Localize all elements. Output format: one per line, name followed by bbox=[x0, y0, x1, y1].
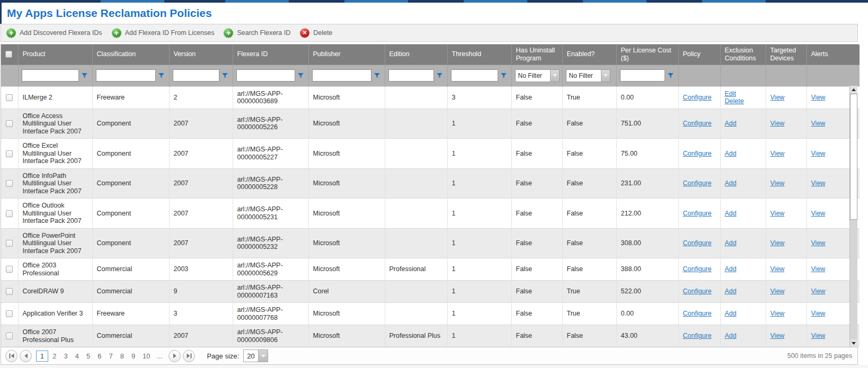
filter-select-enabled[interactable]: No Filter bbox=[566, 69, 610, 82]
add-flexera-id-from-licenses-button[interactable]: +Add Flexera ID From Licenses bbox=[112, 28, 215, 38]
filter-input-version[interactable] bbox=[173, 69, 219, 82]
column-header-classification[interactable]: Classification bbox=[92, 44, 169, 65]
delete-button[interactable]: ✕Delete bbox=[300, 28, 332, 38]
vertical-scrollbar[interactable] bbox=[849, 86, 857, 347]
page-size-select[interactable]: 20 bbox=[243, 349, 268, 362]
row-checkbox[interactable] bbox=[6, 94, 13, 101]
column-header-threshold[interactable]: Threshold bbox=[447, 44, 511, 65]
column-header-exclusion[interactable]: Exclusion Conditions bbox=[720, 44, 766, 65]
page-button[interactable]: 2 bbox=[49, 351, 59, 361]
view-targeted-devices-link[interactable]: View bbox=[770, 179, 785, 187]
scrollbar-thumb[interactable] bbox=[850, 94, 857, 220]
row-checkbox[interactable] bbox=[6, 288, 13, 295]
add-exclusion-link[interactable]: Add bbox=[725, 179, 761, 187]
column-header-policy[interactable]: Policy bbox=[678, 44, 720, 65]
select-all-checkbox[interactable] bbox=[5, 51, 12, 58]
configure-link[interactable]: Configure bbox=[683, 332, 712, 339]
row-checkbox[interactable] bbox=[6, 150, 13, 157]
add-exclusion-link[interactable]: Add bbox=[725, 150, 761, 158]
page-button[interactable]: 6 bbox=[94, 351, 104, 361]
scroll-up-button[interactable] bbox=[850, 86, 857, 93]
first-page-button[interactable] bbox=[5, 350, 17, 362]
configure-link[interactable]: Configure bbox=[683, 210, 712, 217]
filter-icon[interactable] bbox=[436, 72, 443, 79]
page-button[interactable]: 4 bbox=[72, 351, 82, 361]
column-header-version[interactable]: Version bbox=[169, 44, 233, 65]
add-exclusion-link[interactable]: Add bbox=[725, 210, 761, 218]
add-discovered-flexera-ids-button[interactable]: +Add Discovered Flexera IDs bbox=[6, 28, 102, 38]
view-targeted-devices-link[interactable]: View bbox=[770, 310, 785, 317]
filter-icon[interactable] bbox=[374, 72, 380, 79]
configure-link[interactable]: Configure bbox=[683, 150, 712, 157]
view-alerts-link[interactable]: View bbox=[811, 150, 826, 157]
prev-page-button[interactable] bbox=[20, 350, 32, 362]
view-alerts-link[interactable]: View bbox=[811, 94, 826, 101]
filter-icon[interactable] bbox=[667, 72, 674, 79]
page-button[interactable]: 3 bbox=[60, 351, 70, 361]
add-exclusion-link[interactable]: Add bbox=[725, 288, 761, 295]
column-header-alerts[interactable]: Alerts bbox=[807, 44, 860, 65]
view-alerts-link[interactable]: View bbox=[811, 120, 826, 127]
configure-link[interactable]: Configure bbox=[683, 310, 712, 317]
edit-exclusion-link[interactable]: Edit bbox=[725, 90, 761, 98]
page-button[interactable]: 8 bbox=[117, 351, 127, 361]
view-targeted-devices-link[interactable]: View bbox=[770, 210, 785, 217]
view-alerts-link[interactable]: View bbox=[811, 265, 826, 273]
scroll-down-button[interactable] bbox=[850, 339, 857, 347]
view-alerts-link[interactable]: View bbox=[811, 179, 826, 187]
filter-icon[interactable] bbox=[500, 72, 507, 79]
row-checkbox[interactable] bbox=[6, 266, 13, 273]
search-flexera-id-button[interactable]: +Search Flexera ID bbox=[224, 28, 290, 38]
row-checkbox[interactable] bbox=[6, 120, 13, 127]
filter-input-threshold[interactable] bbox=[451, 69, 498, 82]
filter-input-classification[interactable] bbox=[96, 69, 156, 82]
column-header-cost[interactable]: Per License Cost ($) bbox=[616, 44, 678, 65]
column-header-enabled[interactable]: Enabled? bbox=[562, 44, 616, 65]
view-targeted-devices-link[interactable]: View bbox=[770, 265, 785, 273]
row-checkbox[interactable] bbox=[6, 240, 13, 247]
add-exclusion-link[interactable]: Add bbox=[725, 265, 761, 273]
filter-input-flexera_id[interactable] bbox=[236, 69, 295, 82]
view-targeted-devices-link[interactable]: View bbox=[770, 120, 785, 127]
filter-input-product[interactable] bbox=[22, 69, 79, 82]
view-alerts-link[interactable]: View bbox=[811, 288, 826, 295]
column-header-product[interactable]: Product bbox=[18, 44, 92, 65]
last-page-button[interactable] bbox=[183, 350, 195, 362]
page-button[interactable]: 7 bbox=[105, 351, 116, 361]
configure-link[interactable]: Configure bbox=[683, 239, 712, 247]
view-targeted-devices-link[interactable]: View bbox=[770, 94, 785, 101]
view-alerts-link[interactable]: View bbox=[811, 239, 826, 247]
view-targeted-devices-link[interactable]: View bbox=[770, 150, 785, 157]
add-exclusion-link[interactable]: Add bbox=[725, 120, 761, 128]
filter-icon[interactable] bbox=[222, 72, 228, 79]
view-alerts-link[interactable]: View bbox=[811, 310, 826, 317]
column-header-publisher[interactable]: Publisher bbox=[308, 44, 385, 65]
row-checkbox[interactable] bbox=[6, 180, 13, 187]
column-header-flexera_id[interactable]: Flexera ID bbox=[233, 44, 308, 65]
row-checkbox[interactable] bbox=[6, 333, 13, 339]
configure-link[interactable]: Configure bbox=[683, 288, 712, 295]
configure-link[interactable]: Configure bbox=[683, 94, 712, 101]
configure-link[interactable]: Configure bbox=[683, 179, 712, 187]
view-alerts-link[interactable]: View bbox=[811, 332, 826, 339]
configure-link[interactable]: Configure bbox=[683, 265, 712, 273]
add-exclusion-link[interactable]: Add bbox=[725, 332, 761, 340]
filter-icon[interactable] bbox=[158, 72, 165, 79]
next-page-button[interactable] bbox=[169, 350, 181, 362]
add-exclusion-link[interactable]: Add bbox=[725, 239, 761, 247]
view-targeted-devices-link[interactable]: View bbox=[770, 332, 785, 339]
row-checkbox[interactable] bbox=[6, 210, 13, 217]
more-pages-ellipsis[interactable]: ... bbox=[155, 352, 165, 360]
filter-input-cost[interactable] bbox=[620, 69, 665, 82]
row-checkbox[interactable] bbox=[6, 310, 13, 317]
filter-select-has_uninstall[interactable]: No Filter bbox=[515, 69, 560, 82]
column-header-targeted[interactable]: Targeted Devices bbox=[766, 44, 807, 65]
filter-icon[interactable] bbox=[297, 72, 304, 79]
filter-input-publisher[interactable] bbox=[312, 69, 371, 82]
view-alerts-link[interactable]: View bbox=[811, 210, 826, 217]
page-button[interactable]: 5 bbox=[83, 351, 93, 361]
current-page-button[interactable]: 1 bbox=[36, 351, 48, 362]
page-button[interactable]: 10 bbox=[139, 351, 153, 361]
column-header-edition[interactable]: Edition bbox=[385, 44, 447, 65]
column-header-has_uninstall[interactable]: Has Uninstall Program bbox=[511, 44, 562, 65]
